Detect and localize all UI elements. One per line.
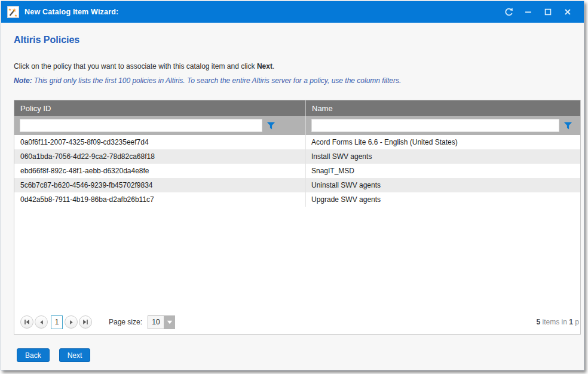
policies-grid: Policy ID Name 0a0f6f11-200 <box>14 100 581 335</box>
minimize-button[interactable] <box>523 7 534 17</box>
pages-count: 1 <box>569 318 573 326</box>
page-size-label: Page size: <box>109 318 142 326</box>
back-button[interactable]: Back <box>17 348 50 362</box>
name-filter-cell <box>305 116 580 135</box>
next-page-button[interactable] <box>65 315 78 329</box>
grid-header: Policy ID Name <box>14 100 580 116</box>
policy-id-cell: ebd66f8f-892c-48f1-aebb-d6320da4e8fe <box>14 164 305 178</box>
filter-row <box>14 116 580 135</box>
name-cell: Install SWV agents <box>305 149 580 164</box>
last-page-button[interactable] <box>79 315 92 329</box>
items-summary-tail: p <box>573 318 579 326</box>
window-title: New Catalog Item Wizard: <box>24 8 119 16</box>
current-page-button[interactable]: 1 <box>51 315 63 329</box>
wizard-content: Altiris Policies Click on the policy tha… <box>1 23 584 369</box>
close-button[interactable] <box>562 7 573 17</box>
instruction-next-keyword: Next <box>257 62 272 70</box>
note-label: Note: <box>14 76 32 85</box>
items-summary-mid: items in <box>540 318 569 326</box>
page-size-dropdown-arrow-icon[interactable] <box>164 315 175 329</box>
instruction-suffix: . <box>272 62 274 70</box>
policy-id-cell: 5c6b7c87-b620-4546-9239-fb45702f9834 <box>14 178 305 192</box>
svg-text:★: ★ <box>12 7 17 13</box>
instruction-text: Click on the policy that you want to ass… <box>14 62 274 70</box>
svg-text:★: ★ <box>14 14 17 17</box>
maximize-button[interactable] <box>543 7 553 17</box>
policy-id-cell: 0d42a5b8-7911-4b19-86ba-d2afb26b11c7 <box>14 192 305 207</box>
previous-page-button[interactable] <box>35 315 48 329</box>
pager: 1 Page size: 10 5 items in 1 p <box>14 311 580 334</box>
table-row[interactable]: 0a0f6f11-2007-4325-8f09-cd3235eef7d4 Aco… <box>14 135 580 149</box>
name-cell: SnagIT_MSD <box>305 164 580 178</box>
column-header-name[interactable]: Name <box>305 100 580 116</box>
page-size-dropdown[interactable]: 10 <box>148 315 175 329</box>
column-header-policy-id[interactable]: Policy ID <box>14 100 305 116</box>
page-title: Altiris Policies <box>14 35 79 45</box>
table-row[interactable]: 060a1bda-7056-4d22-9ca2-78d82ca68f18 Ins… <box>14 149 580 164</box>
window-controls <box>503 7 578 17</box>
table-row[interactable]: ebd66f8f-892c-48f1-aebb-d6320da4e8fe Sna… <box>14 164 580 178</box>
policy-id-cell: 060a1bda-7056-4d22-9ca2-78d82ca68f18 <box>14 149 305 164</box>
titlebar: ★ ★ ★ New Catalog Item Wizard: <box>1 1 584 23</box>
name-cell: Acord Forms Lite 6.6 - English (United S… <box>305 135 580 149</box>
table-row[interactable]: 0d42a5b8-7911-4b19-86ba-d2afb26b11c7 Upg… <box>14 192 580 207</box>
items-summary: 5 items in 1 p <box>537 318 579 326</box>
name-cell: Upgrade SWV agents <box>305 192 580 207</box>
first-page-button[interactable] <box>20 315 33 329</box>
policy-id-filter-input[interactable] <box>20 119 262 132</box>
policy-id-filter-cell <box>14 116 305 135</box>
page-size-value: 10 <box>148 315 164 329</box>
refresh-button[interactable] <box>503 7 514 17</box>
note-body: This grid only lists the first 100 polic… <box>34 76 402 85</box>
svg-text:★: ★ <box>8 8 11 11</box>
table-body: 0a0f6f11-2007-4325-8f09-cd3235eef7d4 Aco… <box>14 135 580 207</box>
wizard-wand-icon: ★ ★ ★ <box>7 6 19 18</box>
policy-id-cell: 0a0f6f11-2007-4325-8f09-cd3235eef7d4 <box>14 135 305 149</box>
name-cell: Uninstall SWV agents <box>305 178 580 192</box>
note-text: Note:This grid only lists the first 100 … <box>14 76 401 85</box>
name-filter-input[interactable] <box>311 119 559 132</box>
table-row[interactable]: 5c6b7c87-b620-4546-9239-fb45702f9834 Uni… <box>14 178 580 192</box>
wizard-footer: Back Next <box>17 348 90 362</box>
name-filter-funnel-icon[interactable] <box>564 122 572 130</box>
instruction-prefix: Click on the policy that you want to ass… <box>14 62 257 70</box>
wizard-window: ★ ★ ★ New Catalog Item Wizard: <box>1 1 584 370</box>
next-button[interactable]: Next <box>59 348 91 362</box>
policy-id-filter-funnel-icon[interactable] <box>267 122 275 130</box>
